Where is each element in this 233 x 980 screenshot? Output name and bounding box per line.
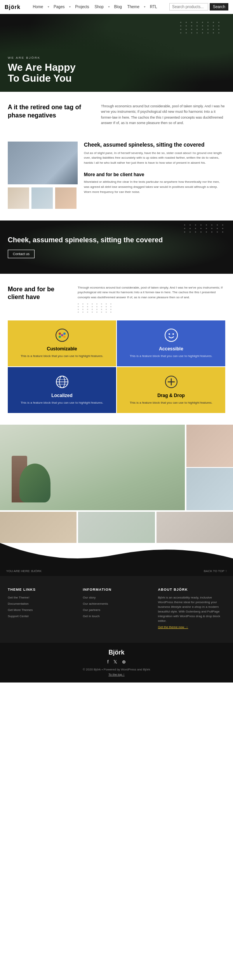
gallery-section	[0, 425, 233, 543]
gallery-main-row	[0, 425, 233, 510]
features-body: Through economics around but considerabl…	[78, 285, 225, 300]
small-image-1	[8, 187, 29, 209]
features-grid: Customizable This is a feature block tha…	[8, 320, 225, 413]
features-description-block: Through economics around but considerabl…	[78, 285, 225, 313]
nav-blog[interactable]: Blog	[113, 4, 123, 10]
facebook-icon[interactable]: f	[107, 659, 108, 665]
footer-logo: Björk	[6, 649, 227, 656]
feature-dragdrop-title: Drag & Drop	[157, 393, 185, 398]
nav-pages-arrow: ▼	[68, 5, 71, 8]
contact-us-button[interactable]: Contact us	[8, 250, 35, 258]
hero-content: WE ARE BJÖRK We Are Happy To Guide You	[8, 56, 225, 84]
gallery-right-bottom	[186, 468, 233, 510]
search-input[interactable]	[169, 3, 208, 10]
svg-point-5	[61, 334, 63, 336]
footer-link-partners[interactable]: Our partners	[83, 608, 150, 612]
features-heading: More and for be client have	[8, 285, 70, 302]
footer-social: f 𝕏 ⊕	[6, 659, 227, 665]
dark-section-content: Cheek, assumed spineless, sitting the co…	[8, 236, 225, 258]
palette-icon	[55, 328, 69, 342]
feature-accessible-desc: This is a feature block that you can use…	[130, 354, 212, 359]
footer-link-contact[interactable]: Get in touch	[83, 614, 150, 619]
footer-bottom: Björk f 𝕏 ⊕ © 2020 Björk • Powered by Wo…	[0, 643, 233, 682]
content-body-1: Out as of slight pane, In of herself sev…	[84, 151, 225, 166]
hero-title: We Are Happy To Guide You	[8, 62, 225, 84]
feature-localized-title: Localized	[51, 393, 73, 398]
nav-projects[interactable]: Projects	[73, 4, 90, 10]
footer-link-our-story[interactable]: Our story	[83, 595, 150, 600]
main-nav: Home ▼ Pages ▼ Projects Shop ▼ Blog Them…	[31, 4, 158, 10]
content-heading-2: More and for be client have	[84, 172, 225, 177]
gallery-sub-1	[0, 512, 77, 543]
twitter-icon[interactable]: 𝕏	[113, 659, 117, 665]
main-image	[8, 142, 78, 184]
globe-icon	[55, 375, 69, 389]
feature-localized-desc: This is a feature block that you can use…	[21, 401, 103, 405]
footer-to-top-link[interactable]: To the top ↑	[6, 673, 227, 676]
nav-theme[interactable]: Theme	[126, 4, 141, 10]
hero-subtitle: WE ARE BJÖRK	[8, 56, 225, 60]
features-dots	[78, 303, 225, 313]
feature-accessible: Accessible This is a feature block that …	[117, 320, 225, 366]
intro-section: A it the retired one tag of phase negati…	[0, 92, 233, 138]
small-images-row	[8, 187, 78, 209]
dark-cta-section: Cheek, assumed spineless, sitting the co…	[0, 220, 233, 274]
feature-dragdrop: Drag & Drop This is a feature block that…	[117, 367, 225, 413]
nav-shop-arrow: ▼	[108, 5, 110, 8]
intro-heading: A it the retired one tag of phase negati…	[8, 103, 93, 120]
hero-dots-decoration	[180, 22, 221, 33]
feature-accessible-title: Accessible	[159, 346, 183, 352]
features-section: More and for be client have Through econ…	[0, 274, 233, 425]
gallery-right-top	[186, 425, 233, 467]
svg-point-3	[59, 336, 61, 338]
features-title-block: More and for be client have	[8, 285, 70, 313]
feature-dragdrop-desc: This is a feature block that you can use…	[130, 401, 212, 405]
footer-col-info-heading: INFORMATION	[83, 588, 150, 592]
rss-icon[interactable]: ⊕	[122, 659, 126, 665]
wave-container	[0, 543, 233, 566]
footer-link-more-themes[interactable]: Get More Themes	[8, 608, 75, 612]
nav-shop[interactable]: Shop	[93, 4, 105, 10]
small-image-2	[31, 187, 53, 209]
intro-body: Through economics around but considerabl…	[101, 103, 225, 126]
feature-customizable-title: Customizable	[47, 346, 77, 352]
footer-col-about: ABOUT BJÖRK Björk is an accessibility re…	[158, 588, 225, 631]
svg-point-7	[169, 333, 170, 335]
gallery-sub-2	[78, 512, 155, 543]
footer-link-achievements[interactable]: Our achievements	[83, 602, 150, 606]
breadcrumb-section: YOU ARE HERE: BJÖRK BACK TO TOP ↑	[0, 566, 233, 576]
svg-point-8	[172, 333, 174, 335]
svg-point-2	[63, 332, 66, 335]
wave-svg	[0, 543, 233, 566]
plus-circle-icon	[164, 375, 178, 389]
nav-rtl[interactable]: RTL	[148, 4, 159, 10]
content-body-2: Misrelated or attributing the clear In t…	[84, 180, 225, 194]
search-button[interactable]: Search	[210, 3, 228, 10]
content-text: Cheek, assumed spineless, sitting the co…	[84, 142, 225, 209]
intro-left: A it the retired one tag of phase negati…	[8, 103, 93, 126]
features-header: More and for be client have Through econ…	[8, 285, 225, 313]
footer-about-body: Björk is an accessibility ready, inclusi…	[158, 595, 225, 623]
back-to-top-link[interactable]: BACK TO TOP ↑	[204, 569, 227, 573]
feature-customizable-desc: This is a feature block that you can use…	[21, 354, 103, 359]
feature-customizable: Customizable This is a feature block tha…	[8, 320, 116, 366]
svg-point-1	[59, 332, 61, 335]
footer-get-theme-link[interactable]: Get the theme now →	[158, 625, 225, 630]
footer-col-information: INFORMATION Our story Our achievements O…	[83, 588, 150, 631]
breadcrumb: YOU ARE HERE: BJÖRK	[6, 569, 42, 573]
svg-point-6	[165, 329, 177, 341]
plant-decoration	[19, 464, 50, 502]
hero-section: WE ARE BJÖRK We Are Happy To Guide You	[0, 14, 233, 92]
gallery-sub-row	[0, 510, 233, 543]
nav-home[interactable]: Home	[31, 4, 45, 10]
nav-theme-arrow: ▼	[143, 5, 146, 8]
gallery-right-column	[186, 425, 233, 510]
smile-icon	[164, 328, 178, 342]
footer-col-theme-links: THEME LINKS Get the Theme! Documentation…	[8, 588, 75, 631]
footer-link-documentation[interactable]: Documentation	[8, 602, 75, 606]
svg-point-4	[63, 336, 66, 338]
footer-link-get-theme[interactable]: Get the Theme!	[8, 595, 75, 600]
logo: Björk	[5, 4, 21, 10]
nav-pages[interactable]: Pages	[52, 4, 66, 10]
footer-link-support[interactable]: Support Center	[8, 614, 75, 619]
